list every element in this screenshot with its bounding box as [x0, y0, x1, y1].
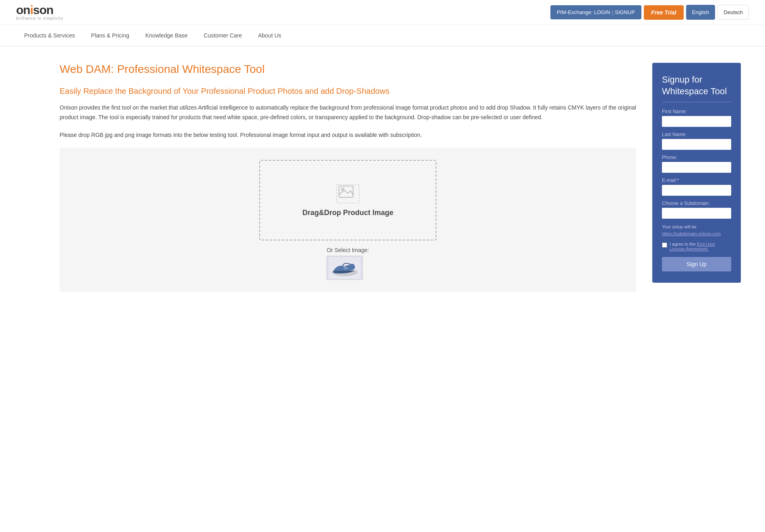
svg-point-1 — [341, 188, 344, 190]
first-name-input[interactable] — [662, 116, 731, 127]
phone-input[interactable] — [662, 162, 731, 173]
setup-url[interactable]: https://subdomain.onison.com — [662, 231, 721, 236]
description-2: Please drop RGB jpg and png image format… — [60, 130, 636, 140]
email-label: E-mail:* — [662, 178, 731, 183]
last-name-label: Last Name: — [662, 132, 731, 137]
email-group: E-mail:* — [662, 178, 731, 196]
pim-signup-label: SIGNUP — [615, 9, 635, 15]
page-title: Web DAM: Professional Whitespace Tool — [60, 63, 636, 76]
free-trial-button[interactable]: Free Trial — [644, 5, 684, 20]
email-input[interactable] — [662, 185, 731, 196]
subdomain-group: Choose a Subdomain: — [662, 201, 731, 219]
pim-exchange-button[interactable]: PIM-Exchange: LOGIN | SIGNUP — [550, 5, 641, 19]
setup-info: Your setup will be https://subdomain.oni… — [662, 224, 731, 237]
signup-button[interactable]: Sign Up — [662, 257, 731, 271]
phone-group: Phone: — [662, 155, 731, 173]
top-actions: PIM-Exchange: LOGIN | SIGNUP Free Trial … — [550, 5, 749, 20]
signup-title: Signup for Whitespace Tool — [662, 74, 731, 102]
nav-about-us[interactable]: About Us — [250, 25, 289, 46]
logo: onison brilliance in simplicity — [16, 4, 63, 21]
image-placeholder-icon — [336, 184, 360, 204]
main-column: Web DAM: Professional Whitespace Tool Ea… — [60, 63, 636, 292]
last-name-group: Last Name: — [662, 132, 731, 150]
nav-plans-pricing[interactable]: Plans & Pricing — [83, 25, 137, 46]
select-image-label: Or Select Image: — [327, 247, 369, 253]
first-name-group: First Name: — [662, 109, 731, 127]
agree-text: I agree to the End User License Agreemen… — [670, 242, 731, 251]
logo-text: onison — [16, 4, 53, 16]
main-nav: Products & Services Plans & Pricing Know… — [0, 25, 765, 47]
phone-label: Phone: — [662, 155, 731, 160]
agree-checkbox[interactable] — [662, 242, 667, 248]
drop-zone[interactable]: Drag&Drop Product Image — [259, 160, 436, 240]
select-image-section: Or Select Image: — [327, 240, 369, 280]
setup-text: Your setup will be — [662, 224, 697, 229]
deutsch-lang-button[interactable]: Deutsch — [717, 5, 749, 20]
first-name-label: First Name: — [662, 109, 731, 114]
nav-products-services[interactable]: Products & Services — [16, 25, 83, 46]
subdomain-input[interactable] — [662, 208, 731, 219]
agree-row: I agree to the End User License Agreemen… — [662, 242, 731, 251]
logo-tagline: brilliance in simplicity — [16, 16, 63, 21]
description-1: Onison provides the first tool on the ma… — [60, 103, 636, 122]
top-bar: onison brilliance in simplicity PIM-Exch… — [0, 0, 765, 25]
nav-knowledge-base[interactable]: Knowledge Base — [137, 25, 196, 46]
english-lang-button[interactable]: English — [686, 5, 715, 20]
subdomain-label: Choose a Subdomain: — [662, 201, 731, 206]
sample-image[interactable] — [327, 256, 363, 280]
page-content: Web DAM: Professional Whitespace Tool Ea… — [0, 47, 765, 308]
drop-zone-wrapper: Drag&Drop Product Image Or Select Image: — [60, 148, 636, 292]
subtitle: Easily Replace the Background of Your Pr… — [60, 85, 636, 97]
signup-box: Signup for Whitespace Tool First Name: L… — [652, 63, 741, 283]
pim-login-label: PIM-Exchange: LOGIN — [557, 9, 610, 15]
pim-separator: | — [612, 9, 613, 15]
nav-customer-care[interactable]: Customer Care — [196, 25, 250, 46]
last-name-input[interactable] — [662, 139, 731, 150]
sidebar: Signup for Whitespace Tool First Name: L… — [652, 63, 749, 292]
drop-zone-label: Drag&Drop Product Image — [302, 209, 393, 217]
